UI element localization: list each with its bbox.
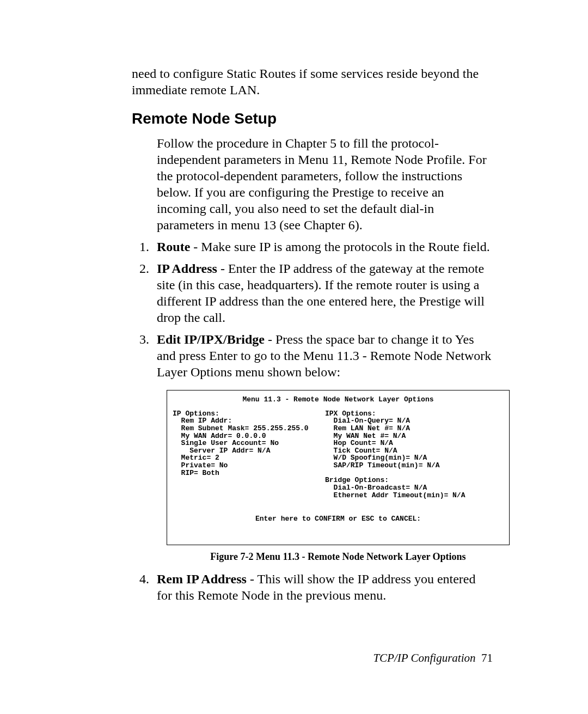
terminal-line [325,469,504,477]
list-item-lead: Route [157,240,190,254]
terminal-title: Menu 11.3 - Remote Node Network Layer Op… [173,396,504,404]
terminal-line: Dial-On-Query= N/A [325,417,504,425]
terminal-line: W/D Spoofing(min)= N/A [325,454,504,462]
terminal-line: Single User Account= No [173,440,325,447]
terminal-screenshot: Menu 11.3 - Remote Node Network Layer Op… [167,390,510,545]
footer-title: TCP/IP Configuration [373,651,475,664]
terminal-line: Rem LAN Net #= N/A [325,425,504,432]
terminal-line: My WAN Net #= N/A [325,432,504,440]
list-item-lead: IP Address [157,261,217,276]
list-item: Route - Make sure IP is among the protoc… [132,239,493,255]
list-item: IP Address - Enter the IP address of the… [132,260,493,326]
terminal-line: Server IP Addr= N/A [173,447,325,455]
terminal-line: My WAN Addr= 0.0.0.0 [173,432,325,440]
terminal-heading: Bridge Options: [325,477,504,484]
ordered-list: Route - Make sure IP is among the protoc… [132,239,493,603]
terminal-line: Private= No [173,462,325,469]
list-item: Rem IP Address - This will show the IP a… [132,571,493,603]
terminal-line: Rem IP Addr: [173,417,325,425]
intro-paragraph: Follow the procedure in Chapter 5 to fil… [157,135,493,233]
terminal-heading: IP Options: [173,410,325,418]
list-item-lead: Rem IP Address [157,572,247,586]
figure-caption: Figure 7-2 Menu 11.3 - Remote Node Netwo… [167,551,510,563]
terminal-line: Ethernet Addr Timeout(min)= N/A [325,492,504,499]
terminal-line: Dial-On-Broadcast= N/A [325,484,504,492]
terminal-line: SAP/RIP Timeout(min)= N/A [325,462,504,469]
list-item: Edit IP/IPX/Bridge - Press the space bar… [132,331,493,563]
terminal-line: Rem Subnet Mask= 255.255.255.0 [173,425,325,432]
page-number: 71 [481,651,493,664]
terminal-line: RIP= Both [173,469,325,477]
document-page: need to configure Static Routes if some … [0,0,588,714]
terminal-heading: IPX Options: [325,410,504,418]
section-heading: Remote Node Setup [132,110,493,127]
terminal-left-column: IP Options: Rem IP Addr: Rem Subnet Mask… [173,410,325,499]
page-footer: TCP/IP Configuration 71 [373,651,493,665]
list-item-lead: Edit IP/IPX/Bridge [157,332,265,346]
terminal-line: Hop Count= N/A [325,440,504,447]
terminal-line: Tick Count= N/A [325,447,504,455]
terminal-line: Metric= 2 [173,454,325,462]
list-item-text: - Make sure IP is among the protocols in… [190,240,489,254]
terminal-footer: Enter here to CONFIRM or ESC to CANCEL: [173,515,504,523]
lead-paragraph: need to configure Static Routes if some … [132,65,493,98]
terminal-right-column: IPX Options: Dial-On-Query= N/A Rem LAN … [325,410,504,499]
